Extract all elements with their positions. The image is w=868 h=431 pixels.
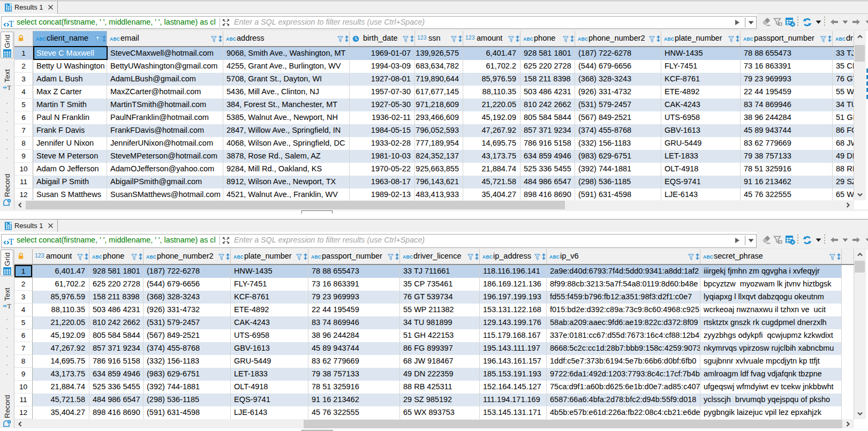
svg-text:T: T	[7, 84, 12, 91]
svg-text:T: T	[9, 237, 14, 245]
svg-text:T: T	[9, 19, 14, 27]
svg-text:T: T	[7, 303, 12, 309]
